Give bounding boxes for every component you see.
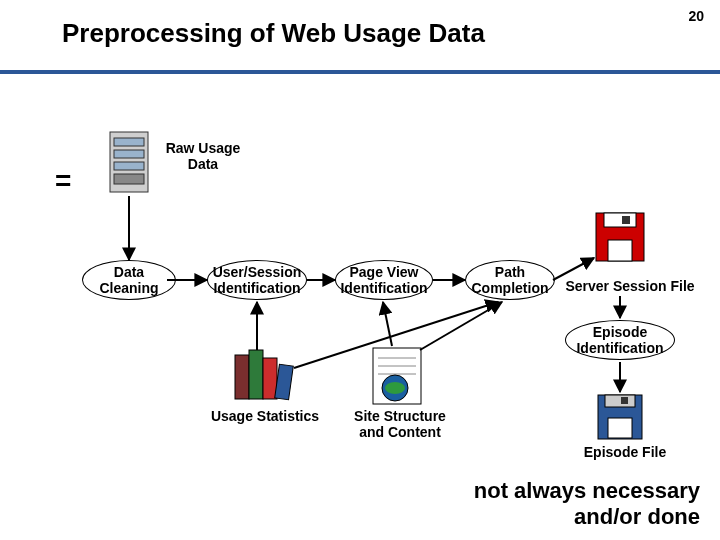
- label-server-session-file: Server Session File: [560, 278, 700, 294]
- server-icon: [110, 132, 148, 192]
- label-site-structure: Site Structure and Content: [340, 408, 460, 440]
- step-page-view: Page View Identification: [335, 260, 433, 300]
- svg-rect-6: [604, 213, 636, 227]
- label-episode-file: Episode File: [575, 444, 675, 460]
- floppy-disk-red-icon: [596, 213, 644, 261]
- arrow-pathcompletion-to-file: [553, 258, 594, 280]
- svg-rect-2: [114, 150, 144, 158]
- step-episode-identification: Episode Identification: [565, 320, 675, 360]
- footnote-line1: not always necessary: [474, 478, 700, 503]
- svg-rect-11: [608, 418, 632, 438]
- books-icon: [235, 350, 293, 400]
- step-data-cleaning: Data Cleaning: [82, 260, 176, 300]
- svg-rect-14: [249, 350, 263, 399]
- step-path-completion: Path Completion: [465, 260, 555, 300]
- arrow-sitestructure-to-pathcompletion: [420, 302, 502, 350]
- svg-rect-13: [235, 355, 249, 399]
- svg-rect-1: [114, 138, 144, 146]
- step-user-session-label: User/Session Identification: [213, 264, 302, 296]
- slide: Preprocessing of Web Usage Data 20 =: [0, 0, 720, 540]
- svg-rect-3: [114, 162, 144, 170]
- svg-rect-10: [605, 395, 635, 407]
- svg-rect-12: [621, 397, 628, 404]
- svg-rect-8: [622, 216, 630, 224]
- document-globe-icon: [373, 348, 421, 404]
- svg-rect-15: [263, 358, 277, 399]
- floppy-disk-blue-icon: [598, 395, 642, 439]
- step-path-completion-label: Path Completion: [472, 264, 549, 296]
- step-data-cleaning-label: Data Cleaning: [99, 264, 158, 296]
- footnote-line2: and/or done: [450, 504, 700, 530]
- step-page-view-label: Page View Identification: [340, 264, 427, 296]
- svg-rect-7: [608, 240, 632, 261]
- label-usage-statistics: Usage Statistics: [200, 408, 330, 424]
- step-user-session: User/Session Identification: [207, 260, 307, 300]
- step-episode-identification-label: Episode Identification: [576, 324, 663, 356]
- label-raw-usage-data: Raw Usage Data: [158, 140, 248, 172]
- svg-rect-4: [114, 174, 144, 184]
- footnote: not always necessary and/or done: [450, 478, 700, 530]
